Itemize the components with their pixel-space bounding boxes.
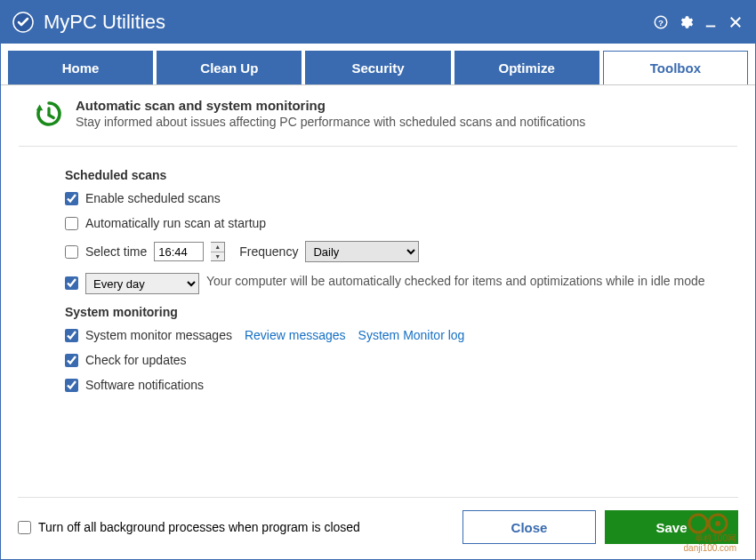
turnoff-processes-checkbox[interactable] [18,521,31,534]
help-icon[interactable]: ? [652,13,670,31]
tab-optimize[interactable]: Optimize [454,51,599,84]
tab-cleanup[interactable]: Clean Up [157,51,302,84]
history-icon [33,98,65,130]
system-monitor-log-link[interactable]: System Monitor log [358,328,465,342]
frequency-select[interactable]: Daily [305,241,419,262]
minimize-icon[interactable] [702,13,720,31]
frequency-label: Frequency [239,244,298,259]
main-tabs: Home Clean Up Security Optimize Toolbox [1,44,755,85]
day-select[interactable]: Every day [85,273,199,294]
enable-scheduled-checkbox[interactable] [65,192,78,205]
content-area: Scheduled scans Enable scheduled scans A… [1,147,755,392]
time-input[interactable] [154,242,204,261]
svg-text:?: ? [658,18,664,28]
page-subtitle: Stay informed about issues affecting PC … [76,115,585,129]
run-at-startup-label: Automatically run scan at startup [85,216,266,230]
time-spinner[interactable]: ▲ ▼ [211,242,225,261]
close-button[interactable]: Close [462,510,596,544]
gear-icon[interactable] [677,13,695,31]
idle-scan-description: Your computer will be automatically chec… [206,273,737,290]
spinner-up-icon[interactable]: ▲ [211,243,224,252]
check-updates-label: Check for updates [85,353,187,367]
window-controls: ? [652,13,744,31]
monitor-messages-checkbox[interactable] [65,329,78,342]
footer: Turn off all background processes when p… [18,497,738,544]
run-at-startup-checkbox[interactable] [65,217,78,230]
tab-security[interactable]: Security [305,51,450,84]
idle-scan-checkbox[interactable] [65,276,78,290]
titlebar: MyPC Utilities ? [1,1,755,44]
page-header: Automatic scan and system monitoring Sta… [19,85,737,147]
app-logo-icon [12,11,35,34]
turnoff-processes-label: Turn off all background processes when p… [38,520,360,534]
app-title: MyPC Utilities [44,11,652,34]
close-icon[interactable] [727,13,744,31]
software-notifications-checkbox[interactable] [65,379,78,392]
monitor-messages-label: System monitor messages [85,328,232,342]
tab-home[interactable]: Home [8,51,153,84]
check-updates-checkbox[interactable] [65,354,78,367]
select-time-label: Select time [85,244,147,259]
svg-line-8 [49,116,53,118]
scheduled-scans-title: Scheduled scans [65,168,737,182]
select-time-checkbox[interactable] [65,245,78,259]
page-title: Automatic scan and system monitoring [76,98,585,113]
tab-toolbox[interactable]: Toolbox [603,51,748,84]
review-messages-link[interactable]: Review messages [245,328,346,342]
spinner-down-icon[interactable]: ▼ [211,252,224,261]
system-monitoring-title: System monitoring [65,305,737,319]
svg-marker-6 [36,105,44,111]
save-button[interactable]: Save [605,510,738,544]
enable-scheduled-label: Enable scheduled scans [85,191,221,205]
software-notifications-label: Software notifications [85,378,204,392]
